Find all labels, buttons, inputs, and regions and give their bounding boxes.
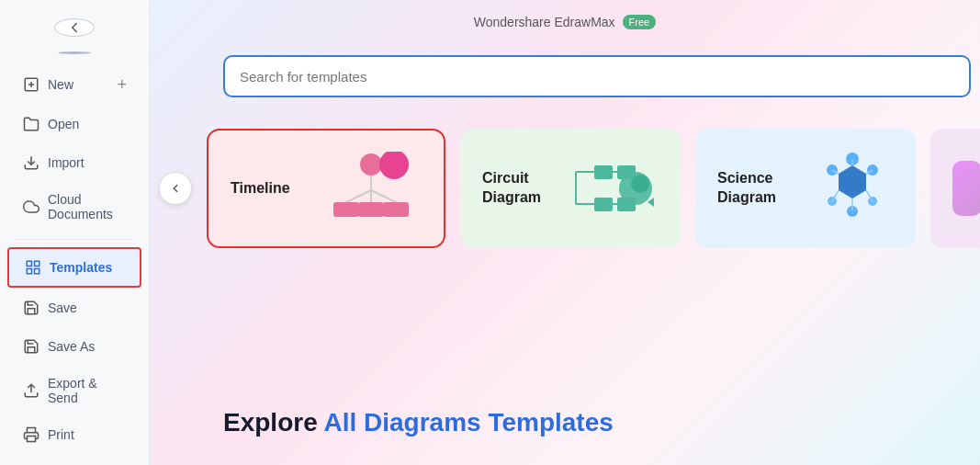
svg-rect-14: [333, 202, 359, 217]
sidebar-item-cloud[interactable]: Cloud Documents: [7, 183, 141, 231]
svg-rect-19: [594, 198, 613, 211]
templates-icon: [24, 258, 42, 277]
sidebar-item-open[interactable]: Open: [7, 106, 141, 142]
search-input[interactable]: [240, 69, 954, 85]
sidebar-item-new-label: New: [48, 77, 73, 92]
search-container: [223, 55, 971, 97]
svg-point-9: [379, 152, 409, 179]
prev-arrow[interactable]: [159, 172, 192, 205]
svg-rect-2: [27, 261, 31, 266]
card-science[interactable]: Science Diagram: [695, 129, 916, 248]
svg-rect-3: [35, 261, 39, 266]
svg-marker-29: [648, 198, 654, 207]
saveas-icon: [22, 337, 40, 356]
card-science-label: Science Diagram: [717, 169, 776, 208]
svg-rect-16: [383, 202, 409, 217]
sidebar-item-open-label: Open: [48, 117, 79, 131]
cards-wrapper: Timeline Circuit Dia: [192, 119, 980, 257]
svg-line-13: [371, 190, 396, 202]
export-icon: [22, 381, 40, 400]
main-content: Wondershare EdrawMax Free Timeline: [150, 0, 980, 465]
card-circuit[interactable]: Circuit Diagram: [460, 129, 681, 248]
open-icon: [22, 115, 40, 133]
card-timeline-label: Timeline: [231, 179, 290, 198]
app-title-container: Wondershare EdrawMax Free: [474, 15, 656, 29]
card-partial[interactable]: [930, 129, 980, 248]
svg-rect-4: [35, 269, 39, 274]
timeline-illustration: [321, 152, 422, 225]
cards-area: Timeline Circuit Dia: [150, 119, 980, 257]
svg-marker-30: [839, 165, 866, 198]
svg-point-22: [631, 175, 649, 193]
sidebar-item-saveas[interactable]: Save As: [7, 328, 141, 365]
svg-line-11: [346, 190, 371, 202]
svg-point-8: [360, 153, 382, 176]
back-button[interactable]: [54, 18, 95, 37]
sidebar-item-save[interactable]: Save: [7, 289, 141, 326]
sidebar-item-import-label: Import: [48, 155, 84, 170]
sidebar-item-export-label: Export & Send: [48, 376, 127, 405]
avatar: [58, 51, 91, 54]
card-timeline[interactable]: Timeline: [207, 129, 445, 248]
sidebar-item-templates[interactable]: Templates: [7, 247, 141, 288]
explore-prefix: Explore: [223, 408, 323, 437]
cloud-icon: [22, 198, 40, 216]
sidebar: New + Open Import Cloud Documents: [0, 0, 150, 465]
free-badge: Free: [623, 15, 657, 29]
new-icon: [22, 75, 40, 94]
sidebar-item-saveas-label: Save As: [48, 339, 95, 354]
sidebar-item-export[interactable]: Export & Send: [7, 367, 141, 414]
sidebar-item-save-label: Save: [48, 301, 77, 315]
sidebar-item-new[interactable]: New +: [7, 66, 141, 104]
svg-rect-7: [28, 437, 36, 442]
topbar: Wondershare EdrawMax Free: [150, 0, 980, 44]
card-circuit-label: Circuit Diagram: [482, 169, 541, 208]
svg-rect-15: [358, 202, 384, 217]
app-title: Wondershare EdrawMax: [474, 15, 615, 29]
sidebar-item-print-label: Print: [48, 427, 74, 442]
explore-title: Explore All Diagrams Templates: [223, 408, 980, 437]
sidebar-item-import[interactable]: Import: [7, 144, 141, 181]
sidebar-item-templates-label: Templates: [50, 260, 112, 275]
print-icon: [22, 425, 40, 444]
explore-highlight: All Diagrams Templates: [323, 408, 613, 437]
circuit-illustration: [567, 152, 659, 225]
new-plus-icon: +: [117, 75, 127, 95]
svg-rect-5: [27, 269, 31, 274]
svg-rect-17: [594, 165, 613, 179]
sidebar-item-print[interactable]: Print: [7, 416, 141, 453]
sidebar-item-cloud-label: Cloud Documents: [48, 192, 127, 221]
save-icon: [22, 299, 40, 317]
search-bar[interactable]: [223, 55, 971, 97]
import-icon: [22, 153, 40, 172]
science-illustration: [811, 152, 894, 225]
